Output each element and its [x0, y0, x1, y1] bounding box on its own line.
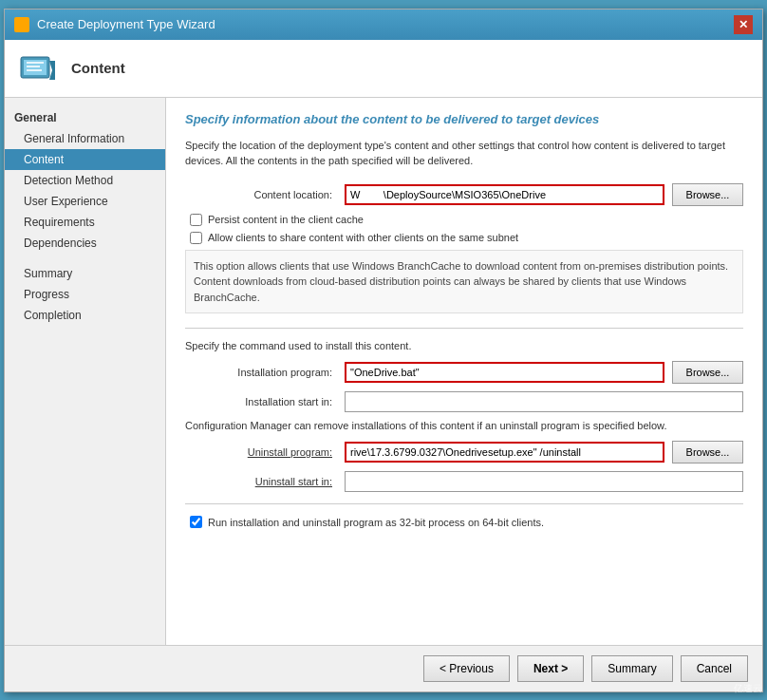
run-32bit-label: Run installation and uninstall program a…: [208, 517, 544, 528]
installation-program-browse-button[interactable]: Browse...: [672, 361, 743, 384]
content-location-label: Content location:: [185, 189, 337, 200]
sidebar-item-dependencies[interactable]: Dependencies: [5, 233, 165, 254]
footer-section: < Previous Next > Summary Cancel: [5, 645, 762, 691]
share-label: Allow clients to share content with othe…: [208, 232, 518, 243]
cancel-button[interactable]: Cancel: [681, 655, 748, 682]
svg-rect-3: [27, 66, 40, 67]
content-location-input[interactable]: [345, 184, 664, 205]
main-window: Create Deployment Type Wizard ✕ Content …: [4, 9, 763, 692]
svg-rect-4: [27, 69, 42, 71]
sidebar: General General Information Content Dete…: [5, 98, 166, 645]
body-section: General General Information Content Dete…: [5, 98, 762, 645]
persist-checkbox[interactable]: [190, 214, 202, 226]
install-section-desc: Specify the command used to install this…: [185, 340, 743, 351]
installation-program-label: Installation program:: [185, 367, 337, 378]
installation-program-row: Installation program: Browse...: [185, 361, 743, 384]
next-button[interactable]: Next >: [517, 655, 584, 682]
title-bar: Create Deployment Type Wizard ✕: [5, 9, 762, 40]
persist-checkbox-row: Persist content in the client cache: [185, 214, 743, 226]
app-icon: [14, 17, 29, 32]
page-title: Specify information about the content to…: [185, 112, 743, 126]
installation-start-input[interactable]: [345, 391, 743, 412]
run-32bit-row: Run installation and uninstall program a…: [185, 516, 743, 528]
close-button[interactable]: ✕: [734, 15, 753, 34]
installation-start-row: Installation start in:: [185, 391, 743, 412]
svg-rect-2: [27, 62, 44, 64]
summary-button[interactable]: Summary: [591, 655, 672, 682]
sidebar-item-general-information[interactable]: General Information: [5, 128, 165, 149]
description-text: Specify the location of the deployment t…: [185, 138, 743, 169]
installation-program-input[interactable]: [345, 362, 664, 383]
separator-2: [185, 503, 743, 504]
window-title: Create Deployment Type Wizard: [37, 17, 215, 31]
header-title: Content: [71, 60, 125, 76]
share-checkbox-row: Allow clients to share content with othe…: [185, 232, 743, 244]
watermark: 亿速云: [734, 682, 762, 695]
title-bar-left: Create Deployment Type Wizard: [14, 17, 215, 32]
content-location-row: Content location: Browse...: [185, 183, 743, 206]
uninstall-section-desc: Configuration Manager can remove install…: [185, 420, 743, 431]
uninstall-start-label: Uninstall start in:: [185, 476, 337, 487]
branchcache-info: This option allows clients that use Wind…: [185, 250, 743, 314]
content-location-browse-button[interactable]: Browse...: [672, 183, 743, 206]
svg-marker-5: [49, 61, 55, 80]
persist-label: Persist content in the client cache: [208, 214, 364, 225]
uninstall-start-row: Uninstall start in:: [185, 471, 743, 492]
main-content-area: Specify information about the content to…: [166, 98, 762, 645]
uninstall-program-row: Uninstall program: Browse...: [185, 441, 743, 464]
sidebar-item-progress[interactable]: Progress: [5, 284, 165, 305]
header-icon: [19, 49, 57, 87]
sidebar-item-completion[interactable]: Completion: [5, 305, 165, 326]
sidebar-group-general: General: [5, 107, 165, 128]
sidebar-item-summary[interactable]: Summary: [5, 263, 165, 284]
uninstall-program-browse-button[interactable]: Browse...: [672, 441, 743, 464]
separator-1: [185, 328, 743, 329]
run-32bit-checkbox[interactable]: [190, 516, 202, 528]
share-checkbox[interactable]: [190, 232, 202, 244]
uninstall-program-input[interactable]: [345, 442, 664, 463]
uninstall-program-label: Uninstall program:: [185, 446, 337, 458]
header-section: Content: [5, 40, 762, 98]
sidebar-item-detection-method[interactable]: Detection Method: [5, 170, 165, 191]
previous-button[interactable]: < Previous: [423, 655, 510, 682]
installation-start-label: Installation start in:: [185, 396, 337, 407]
uninstall-start-input[interactable]: [345, 471, 743, 492]
sidebar-item-content[interactable]: Content: [5, 149, 165, 170]
sidebar-item-requirements[interactable]: Requirements: [5, 212, 165, 233]
sidebar-item-user-experience[interactable]: User Experience: [5, 191, 165, 212]
